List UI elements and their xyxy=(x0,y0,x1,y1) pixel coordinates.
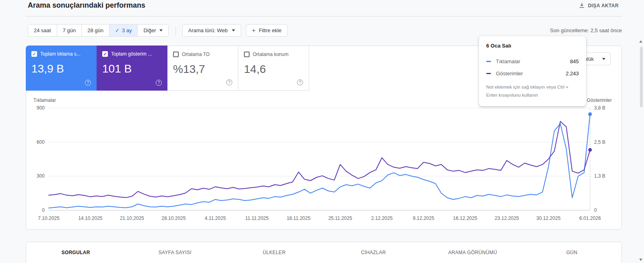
date-range-label: Diğer xyxy=(143,27,156,33)
export-button[interactable]: DIŞA AKTAR xyxy=(579,2,619,8)
date-range-label: 7 gün xyxy=(63,27,76,33)
date-range-other[interactable]: Diğer xyxy=(137,25,168,36)
scroll-down-icon[interactable] xyxy=(639,259,642,261)
checkbox-total-clicks[interactable]: ✓ xyxy=(31,51,37,57)
svg-text:30.12.2025: 30.12.2025 xyxy=(537,215,561,221)
tooltip-row-impressions: Gösterimler 2.243 xyxy=(486,67,579,79)
svg-text:7.10.2025: 7.10.2025 xyxy=(38,215,60,221)
svg-text:0: 0 xyxy=(42,207,45,213)
add-filter-label: Filtre ekle xyxy=(259,27,281,33)
date-range-24h[interactable]: 24 saat xyxy=(28,25,57,36)
svg-text:28.10.2025: 28.10.2025 xyxy=(161,215,186,221)
svg-text:21.10.2025: 21.10.2025 xyxy=(120,215,144,221)
metric-label: Toplam tıklama s... xyxy=(40,51,80,57)
svg-text:2,5 B: 2,5 B xyxy=(594,139,605,145)
chevron-down-icon xyxy=(159,29,163,31)
dimension-tabs: SORGULAR SAYFA SAYISI ÜLKELER CİHAZLAR A… xyxy=(26,242,621,255)
search-type-filter[interactable]: Arama türü: Web xyxy=(182,24,241,37)
tooltip-value: 2.243 xyxy=(566,70,579,77)
tab-devices[interactable]: CİHAZLAR xyxy=(324,250,423,255)
date-range-7d[interactable]: 7 gün xyxy=(57,25,82,36)
date-range-label: 28 gün xyxy=(87,27,103,33)
svg-text:0: 0 xyxy=(594,207,597,213)
performance-chart[interactable]: 003001,3 B6002,5 B9003,8 BTıklamalarGöst… xyxy=(26,97,622,226)
svg-text:300: 300 xyxy=(37,173,45,179)
tab-countries[interactable]: ÜLKELER xyxy=(225,250,324,255)
metric-card-total-clicks[interactable]: ✓ Toplam tıklama s... 13,9 B ? xyxy=(26,46,97,91)
date-range-3m[interactable]: ✓ 3 ay xyxy=(109,25,137,36)
help-icon[interactable]: ? xyxy=(156,80,162,86)
metric-label: Ortalama TO xyxy=(182,52,210,57)
tooltip-date: 6 Oca Salı xyxy=(486,43,579,49)
metric-card-average-ctr[interactable]: Ortalama TO %13,7 ? xyxy=(167,46,238,91)
svg-text:16.12.2025: 16.12.2025 xyxy=(453,215,477,221)
svg-text:Gösterimler: Gösterimler xyxy=(587,97,612,103)
metric-label: Toplam gösterim ... xyxy=(111,51,152,57)
tab-queries[interactable]: SORGULAR xyxy=(26,250,126,255)
metric-label: Ortalama konum xyxy=(253,52,289,57)
tooltip-row-clicks: Tıklamalar 845 xyxy=(486,55,579,67)
metric-value: 14,6 xyxy=(244,63,303,76)
tooltip-note: Not eklemek için sağ tıklayın veya Ctrl … xyxy=(486,83,579,99)
tab-search-appearance[interactable]: ARAMA GÖRÜNÜMÜ xyxy=(423,250,522,255)
filter-bar: 24 saat 7 gün 28 gün ✓ 3 ay Diğer Arama … xyxy=(28,24,287,37)
svg-text:11.11.2025: 11.11.2025 xyxy=(245,215,269,221)
last-update-text: Son güncelleme: 2,5 saat önce xyxy=(550,27,622,33)
svg-text:18.11.2025: 18.11.2025 xyxy=(287,215,310,221)
scrollbar-thumb[interactable] xyxy=(640,47,643,107)
tab-dates[interactable]: GÜN xyxy=(522,250,622,255)
export-button-label: DIŞA AKTAR xyxy=(588,3,619,8)
add-filter-button[interactable]: + Filtre ekle xyxy=(246,24,288,37)
chevron-down-icon xyxy=(602,58,605,60)
checkbox-average-ctr[interactable] xyxy=(173,52,179,57)
metric-value: 13,9 B xyxy=(31,62,91,75)
date-range-label: 3 ay xyxy=(122,27,132,33)
svg-text:900: 900 xyxy=(37,105,45,111)
tooltip-value: 845 xyxy=(570,58,579,64)
svg-text:23.12.2025: 23.12.2025 xyxy=(495,215,519,221)
svg-text:600: 600 xyxy=(37,139,45,145)
check-icon: ✓ xyxy=(115,27,120,33)
chart-tooltip: 6 Oca Salı Tıklamalar 845 Gösterimler 2.… xyxy=(479,36,586,106)
search-type-label: Arama türü: Web xyxy=(188,27,228,33)
date-range-label: 24 saat xyxy=(34,27,51,33)
help-icon[interactable]: ? xyxy=(226,79,232,85)
clicks-series-swatch xyxy=(486,61,491,62)
tab-pages[interactable]: SAYFA SAYISI xyxy=(126,250,225,255)
dimensions-card: SORGULAR SAYFA SAYISI ÜLKELER CİHAZLAR A… xyxy=(26,242,622,263)
tooltip-label: Tıklamalar xyxy=(496,58,520,64)
page-title: Arama sonuçlarındaki performans xyxy=(28,1,145,10)
svg-text:4.11.2025: 4.11.2025 xyxy=(205,215,226,221)
svg-text:14.10.2025: 14.10.2025 xyxy=(78,215,102,221)
svg-text:Tıklamalar: Tıklamalar xyxy=(33,97,56,103)
impressions-series-swatch xyxy=(486,73,491,74)
help-icon[interactable]: ? xyxy=(297,79,303,85)
metric-card-average-position[interactable]: Ortalama konum 14,6 ? xyxy=(238,46,309,91)
chevron-down-icon xyxy=(232,29,235,31)
metric-card-total-impressions[interactable]: ✓ Toplam gösterim ... 101 B ? xyxy=(97,46,167,91)
checkbox-average-position[interactable] xyxy=(244,52,250,57)
date-range-group: 24 saat 7 gün 28 gün ✓ 3 ay Diğer xyxy=(28,24,169,37)
metric-cards: ✓ Toplam tıklama s... 13,9 B ? ✓ Toplam … xyxy=(26,46,309,91)
svg-text:9.12.2025: 9.12.2025 xyxy=(413,215,434,221)
download-icon xyxy=(579,2,585,8)
metric-value: 101 B xyxy=(102,62,162,75)
metric-value: %13,7 xyxy=(173,63,232,76)
plus-icon: + xyxy=(252,27,256,34)
filter-separator xyxy=(175,27,176,35)
scroll-up-icon[interactable] xyxy=(639,40,642,43)
checkbox-total-impressions[interactable]: ✓ xyxy=(102,51,108,57)
svg-text:2.12.2025: 2.12.2025 xyxy=(371,215,393,221)
tooltip-label: Gösterimler xyxy=(496,70,523,77)
header-divider xyxy=(26,16,622,17)
date-range-28d[interactable]: 28 gün xyxy=(81,25,109,36)
svg-text:25.11.2025: 25.11.2025 xyxy=(328,215,352,221)
svg-text:3,8 B: 3,8 B xyxy=(594,105,605,111)
svg-text:1,3 B: 1,3 B xyxy=(594,173,605,179)
svg-text:6.01.2026: 6.01.2026 xyxy=(579,215,601,221)
help-icon[interactable]: ? xyxy=(85,80,91,86)
page-scrollbar[interactable] xyxy=(638,35,644,263)
